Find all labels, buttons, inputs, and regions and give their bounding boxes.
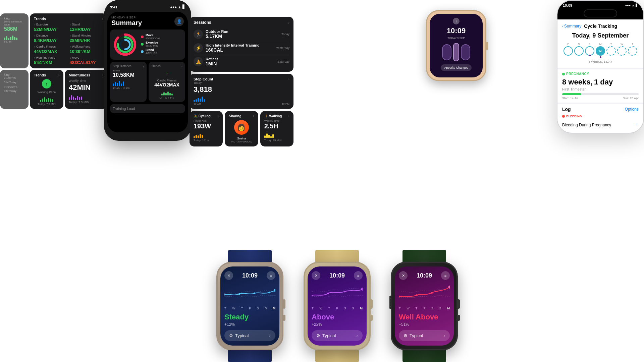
iphone-content: MONDAY 9 SEP Summary 👤 <box>107 12 188 132</box>
day-w: W <box>621 43 623 46</box>
reflect-icon: 🧘 <box>194 57 203 66</box>
strap-top-2 <box>315 250 359 262</box>
day-circle-t2 <box>628 46 637 56</box>
watch-close-3[interactable]: ✕ <box>399 271 408 280</box>
trends-arrow[interactable]: › <box>181 65 182 68</box>
trends-bottom-widget: Trends › ↑ Walking Pace Today: 7.5 MIN <box>30 70 63 109</box>
watch-menu-1[interactable]: ≡ <box>267 271 275 280</box>
stand-label: Stand <box>72 23 80 26</box>
walk-pace-value: 10'39"/KM <box>70 49 104 54</box>
add-bleeding-button[interactable]: + <box>636 122 639 128</box>
watch-body-1: ✕ 10:09 ≡ <box>216 262 283 350</box>
signal-icon: ●●● <box>170 5 177 9</box>
mindfulness-time: 42MIN <box>69 83 103 92</box>
step-count-value: 3,818 <box>194 85 289 94</box>
day-m: M <box>599 43 602 46</box>
watch-menu-2[interactable]: ≡ <box>354 271 363 280</box>
watches-bottom-row: ✕ 10:09 ≡ <box>80 250 594 362</box>
watch-close-2[interactable]: ✕ <box>312 271 320 280</box>
summary-date: MONDAY 9 SEP <box>111 16 142 19</box>
iphone-center: 9:41 ●●● ▲ ▋ MONDAY 9 SEP Summary 👤 <box>104 0 191 141</box>
dl-t3a: T <box>399 307 401 310</box>
profile-icon[interactable]: 👤 <box>174 17 184 26</box>
day-circle-w <box>617 46 627 56</box>
dl-t2a: T <box>312 307 314 310</box>
back-label: Summary <box>564 24 581 28</box>
mindfulness-arrow[interactable]: › <box>102 73 103 77</box>
move-cal: 855/750CAL <box>146 37 160 40</box>
cycle-battery: ▋ <box>636 4 638 7</box>
trends-card[interactable]: Trends › ↑ Cardio Fitness 44VO2MAX <box>149 62 185 102</box>
distance-value: 8.4KM/DAY <box>34 38 68 43</box>
step-count-arrow[interactable]: › <box>288 77 289 81</box>
cycle-page-title: Cycle Tracking <box>584 23 617 29</box>
cycle-week-label: 8 WEEKS, 1 DAY <box>562 60 639 63</box>
sharing-card[interactable]: Sharing › 👩 Sneha 74L · 370/500CAL <box>225 111 258 146</box>
mindfulness-widget: Mindfulness › Weekly Time 42MIN Today: 7… <box>65 70 107 109</box>
trends-bottom-arrow[interactable]: › <box>58 73 59 77</box>
trends-arrow-icon[interactable]: › <box>102 17 103 21</box>
iphone-status-bar: 9:41 ●●● ▲ ▋ <box>107 5 188 9</box>
typical-btn-3[interactable]: ⚙ Typical › <box>399 330 450 341</box>
walking-value: 2.5H <box>264 122 289 130</box>
dynamic-island <box>584 9 617 17</box>
dl-s23: S <box>439 307 441 310</box>
dl-s11: S <box>257 307 259 310</box>
svg-point-17 <box>431 292 433 294</box>
step-arrow[interactable]: › <box>143 65 144 68</box>
status-icons: ●●● ▲ ▋ <box>170 5 185 9</box>
watch-screen-1: ✕ 10:09 ≡ <box>220 266 279 346</box>
svg-point-12 <box>327 293 329 294</box>
typical-btn-1[interactable]: ⚙ Typical › <box>224 330 275 341</box>
typical-icon-2: ⚙ <box>316 333 320 338</box>
day-labels-1: T W T F S S M <box>224 307 275 310</box>
bleeding-text: Bleeding During Pregnancy <box>562 123 611 127</box>
step-count-title: Step Count <box>194 77 213 81</box>
today-dot <box>600 56 601 58</box>
step-distance-card[interactable]: Step Distance › Today 10.58KM 12 AM · 12… <box>110 62 147 102</box>
cycle-nav: ‹ Summary Cycle Tracking <box>557 19 643 31</box>
info-button[interactable]: i <box>453 18 460 24</box>
run-pace-value: 5'51"/KM <box>34 60 68 65</box>
trend-pct-3: +51% <box>399 322 450 327</box>
trends-title: Trends <box>34 17 46 21</box>
walk-pace-label: Walking Pace <box>72 45 91 48</box>
back-button[interactable]: ‹ Summary <box>562 24 581 28</box>
step-count-card[interactable]: Step Count › Today 3,818 12 AM 12 PM <box>190 74 293 109</box>
run-value: 5.17KM <box>206 34 279 39</box>
watch-time-small: 10:09 <box>433 26 479 35</box>
watch-topbar-1: ✕ 10:09 ≡ <box>224 271 275 280</box>
stand-min-label: Stand Minutes <box>72 34 92 37</box>
days-label: M T W T F S <box>151 96 182 99</box>
watch-close-1[interactable]: ✕ <box>224 271 233 280</box>
cycling-arrow[interactable]: › <box>218 114 219 118</box>
day-circle-f <box>564 46 573 56</box>
walking-arrow[interactable]: › <box>288 114 289 118</box>
start-date: Start: 14 Jul <box>562 97 578 100</box>
cycling-card[interactable]: 🚴 Cycling › Power Avg. 193W Today: 191 w <box>190 111 223 146</box>
run-name: Outdoor Run <box>206 29 279 34</box>
hiit-date: Yesterday <box>276 46 289 50</box>
typical-btn-2[interactable]: ⚙ Typical › <box>312 330 363 341</box>
appetite-button[interactable]: Appetite Changes <box>441 64 472 71</box>
session-reflect[interactable]: 🧘 Reflect 1MIN Saturday <box>194 55 289 68</box>
watch-menu-3[interactable]: ≡ <box>441 271 450 280</box>
training-load-card[interactable]: Training Load <box>110 104 185 113</box>
activity-rings-card[interactable]: Move 855/750CAL Exercise 58/30 MIN <box>110 29 185 60</box>
sharing-user: Sneha <box>229 137 254 140</box>
sessions-arrow[interactable]: › <box>288 20 289 24</box>
trimester-label: First Trimester <box>562 87 639 91</box>
strap-bottom-2 <box>315 350 359 362</box>
session-run[interactable]: 🏃 Outdoor Run 5.17KM Today <box>194 27 289 41</box>
dl-s13: S <box>431 307 433 310</box>
pregnancy-dot <box>562 73 565 75</box>
log-options[interactable]: Options <box>625 107 639 112</box>
hiit-icon: ⚡ <box>194 43 203 53</box>
sharing-arrow[interactable]: › <box>253 114 254 118</box>
bleeding-item[interactable]: Bleeding During Pregnancy + <box>562 120 639 130</box>
dl-f3: F <box>423 307 425 310</box>
walking-card[interactable]: 🚶 Walking › Weekly Time 2.5H Today: 25 M… <box>260 111 293 146</box>
svg-point-9 <box>268 292 270 293</box>
watch-steady: ✕ 10:09 ≡ <box>216 250 283 362</box>
session-hiit[interactable]: ⚡ High Intensity Interval Training 160CA… <box>194 41 289 55</box>
